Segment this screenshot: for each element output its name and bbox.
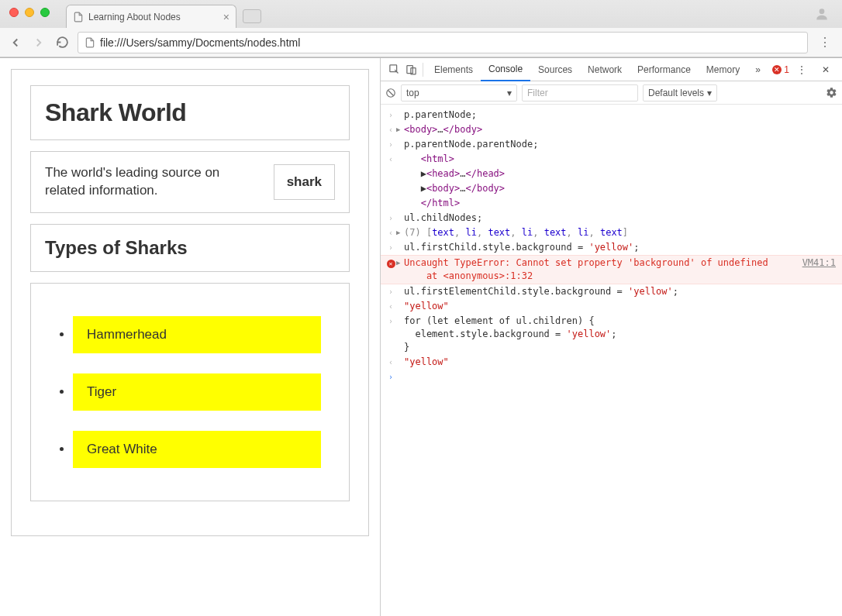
devtools-tab-bar: Elements Console Sources Network Perform… xyxy=(381,58,842,81)
devtools-menu-icon[interactable]: ⋮ xyxy=(789,58,814,81)
console-input-line: p.parentNode.parentNode; xyxy=(404,138,836,151)
back-button[interactable] xyxy=(8,36,23,50)
svg-line-5 xyxy=(388,90,394,95)
console-error-line: Uncaught TypeError: Cannot set property … xyxy=(404,256,802,283)
browser-menu-icon[interactable]: ⋮ xyxy=(816,35,834,50)
console-output-line: <body>…</body> xyxy=(404,123,836,136)
url-text: file:///Users/sammy/Docments/nodes.html xyxy=(100,36,300,49)
console-toolbar: top▾ Filter Default levels ▾ xyxy=(381,81,842,105)
profile-icon[interactable] xyxy=(814,6,830,22)
console-output[interactable]: ›p.parentNode; ‹▶<body>…</body> ›p.paren… xyxy=(381,105,842,616)
device-toggle-icon[interactable] xyxy=(402,64,419,75)
browser-chrome: Learning About Nodes × file:///Users/sam… xyxy=(0,0,842,58)
list-item-label: Tiger xyxy=(73,373,321,411)
address-bar[interactable]: file:///Users/sammy/Docments/nodes.html xyxy=(78,32,808,53)
shark-list: Hammerhead Tiger Great White xyxy=(45,316,335,468)
console-input-line: p.parentNode; xyxy=(404,108,836,122)
error-source-link[interactable]: VM41:1 xyxy=(802,256,836,283)
console-output-line: <html> xyxy=(404,153,836,166)
list-item: Tiger xyxy=(73,373,335,411)
list-item: Hammerhead xyxy=(73,316,335,353)
list-item-label: Hammerhead xyxy=(73,316,321,353)
console-output-line: (7) [text, li, text, li, text, li, text] xyxy=(404,226,836,239)
svg-rect-2 xyxy=(406,66,412,74)
console-output-line: "yellow" xyxy=(404,356,836,369)
console-prompt[interactable] xyxy=(404,370,836,384)
list-item-label: Great White xyxy=(73,431,321,468)
console-input-line: ul.childNodes; xyxy=(404,212,836,225)
console-input-line: ul.firstElementChild.style.background = … xyxy=(404,285,836,298)
console-input-line: ul.firstChild.style.background = 'yellow… xyxy=(404,241,836,254)
page-title: Shark World xyxy=(45,98,335,127)
tab-title: Learning About Nodes xyxy=(88,12,181,22)
forward-button[interactable] xyxy=(31,36,47,50)
list-item: Great White xyxy=(73,431,335,468)
browser-tab[interactable]: Learning About Nodes × xyxy=(66,5,236,28)
close-window-button[interactable] xyxy=(9,8,19,17)
clear-console-icon[interactable] xyxy=(385,88,396,98)
context-selector[interactable]: top▾ xyxy=(401,84,517,102)
tab-memory[interactable]: Memory xyxy=(699,58,747,81)
error-counter[interactable]: ✕1 xyxy=(772,64,789,75)
inspect-icon[interactable] xyxy=(385,64,402,75)
devtools-panel: Elements Console Sources Network Perform… xyxy=(380,58,842,616)
new-tab-button[interactable] xyxy=(243,9,261,23)
tab-overflow-icon[interactable]: » xyxy=(747,58,768,81)
tab-sources[interactable]: Sources xyxy=(530,58,580,81)
close-tab-icon[interactable]: × xyxy=(223,11,229,23)
tab-performance[interactable]: Performance xyxy=(630,58,699,81)
page-subtitle: The world's leading source on related in… xyxy=(45,164,260,200)
tab-elements[interactable]: Elements xyxy=(426,58,481,81)
section-heading: Types of Sharks xyxy=(45,237,335,259)
console-output-line: "yellow" xyxy=(404,300,836,313)
tab-network[interactable]: Network xyxy=(580,58,630,81)
console-settings-icon[interactable] xyxy=(826,87,837,98)
minimize-window-button[interactable] xyxy=(25,8,34,17)
filter-input[interactable]: Filter xyxy=(522,84,638,102)
log-levels-selector[interactable]: Default levels ▾ xyxy=(643,84,717,102)
reload-button[interactable] xyxy=(54,36,70,49)
tab-strip: Learning About Nodes × xyxy=(0,0,842,28)
svg-point-0 xyxy=(820,9,825,14)
page-content: Shark World The world's leading source o… xyxy=(0,58,380,616)
devtools-close-icon[interactable]: ✕ xyxy=(814,58,837,81)
tab-console[interactable]: Console xyxy=(481,58,530,81)
browser-toolbar: file:///Users/sammy/Docments/nodes.html … xyxy=(0,28,842,57)
maximize-window-button[interactable] xyxy=(40,8,50,17)
console-input-line: for (let element of ul.children) { eleme… xyxy=(404,315,836,354)
page-icon xyxy=(73,12,84,22)
strong-box: shark xyxy=(274,164,335,200)
window-controls xyxy=(9,8,50,17)
